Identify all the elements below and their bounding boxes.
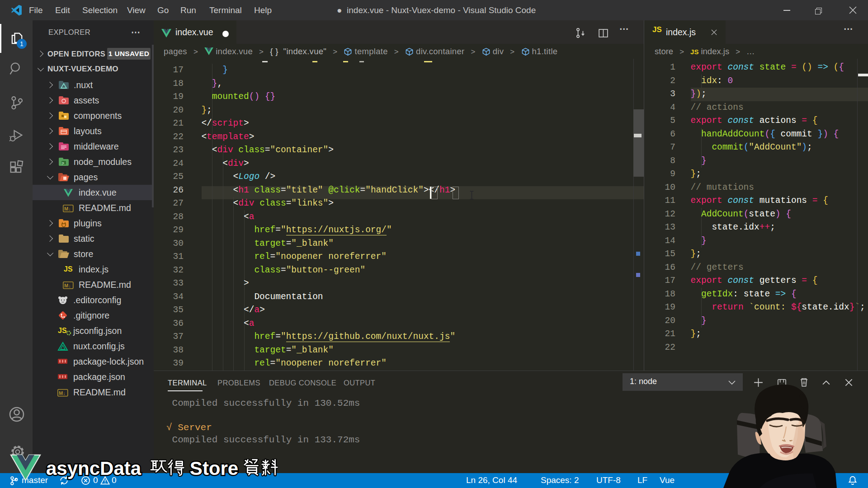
svg-text:M↓: M↓ xyxy=(59,390,66,396)
svg-text:M↓: M↓ xyxy=(64,206,71,211)
svg-text:js: js xyxy=(61,161,65,165)
svg-text:M↓: M↓ xyxy=(64,283,71,288)
